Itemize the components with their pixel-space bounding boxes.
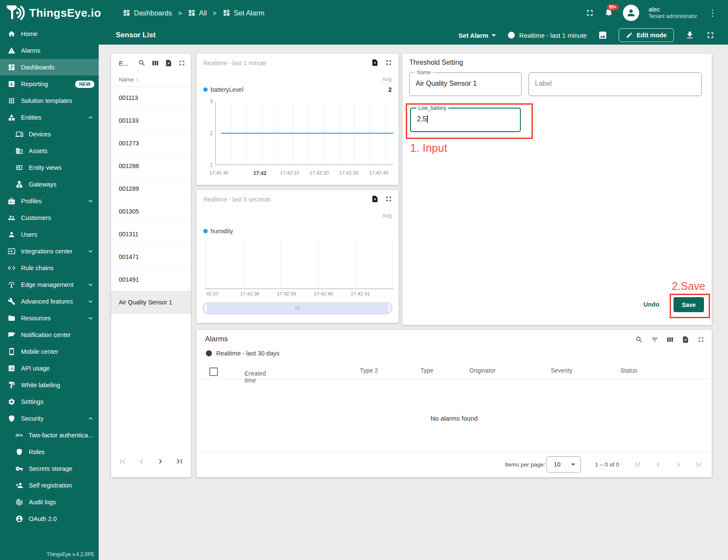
legend-humidity[interactable]: humidity <box>203 228 233 235</box>
export-file-icon[interactable] <box>371 59 379 66</box>
next-page-icon[interactable] <box>674 460 683 469</box>
breadcrumb-dashboards[interactable]: Dashboards <box>123 9 172 17</box>
sidebar-item-self-registration[interactable]: Self registration <box>0 477 99 494</box>
aggregation-label: Avg <box>382 76 392 82</box>
humidity-plot-area[interactable] <box>204 240 393 289</box>
scrollbar-left-handle[interactable] <box>205 304 207 311</box>
search-icon[interactable] <box>635 336 643 343</box>
prev-page-icon[interactable] <box>137 457 146 466</box>
sidebar-item-home[interactable]: Home <box>0 26 99 42</box>
list-item[interactable]: 001133 <box>111 109 191 132</box>
sidebar-item-oauth[interactable]: OAuth 2.0 <box>0 510 99 527</box>
fullscreen-icon[interactable] <box>385 59 393 66</box>
fullscreen-icon[interactable] <box>585 8 595 18</box>
breadcrumb-all[interactable]: All <box>188 9 207 17</box>
list-item[interactable]: 001273 <box>111 132 191 155</box>
fullscreen-icon[interactable] <box>385 195 393 203</box>
first-page-icon[interactable] <box>118 457 127 466</box>
sidebar-item-entities[interactable]: Entities <box>0 109 99 126</box>
filter-icon[interactable] <box>651 336 659 343</box>
list-item[interactable]: 001113 <box>111 87 191 109</box>
sidebar-item-dashboards[interactable]: Dashboards <box>0 59 99 75</box>
battery-plot-area[interactable] <box>215 102 393 165</box>
sidebar-item-two-factor[interactable]: 2FATwo-factor authenticati... <box>0 427 99 443</box>
export-file-icon[interactable] <box>682 336 689 343</box>
sidebar-item-white-labeling[interactable]: White labeling <box>0 376 99 393</box>
timewindow-button[interactable]: Realtime - last 1 minute <box>507 31 587 39</box>
columns-icon[interactable] <box>151 59 159 67</box>
sidebar-item-devices[interactable]: Devices <box>0 126 99 142</box>
next-page-icon[interactable] <box>156 457 165 466</box>
sidebar-item-mobile-center[interactable]: Mobile center <box>0 343 99 360</box>
edit-mode-button[interactable]: Edit mode <box>619 28 674 42</box>
last-page-icon[interactable] <box>694 460 703 469</box>
sidebar-item-profiles[interactable]: Profiles <box>0 193 99 209</box>
scrollbar-right-handle[interactable] <box>388 304 390 311</box>
name-field[interactable]: Name Air Quality Sensor 1 <box>409 72 522 96</box>
fullscreen-icon[interactable] <box>697 336 705 343</box>
more-menu-icon[interactable]: ⋮ <box>707 8 719 18</box>
notification-icon <box>8 331 15 339</box>
fullscreen-icon[interactable] <box>178 59 186 67</box>
sidebar-item-solution-templates[interactable]: Solution templates <box>0 92 99 109</box>
sidebar-item-assets[interactable]: Assets <box>0 142 99 159</box>
sidebar-item-settings[interactable]: Settings <box>0 393 99 410</box>
sidebar-item-audit-logs[interactable]: Audit logs <box>0 494 99 510</box>
fullscreen-icon[interactable] <box>706 30 715 40</box>
sidebar-item-edge-management[interactable]: Edge management <box>0 276 99 293</box>
notifications-button[interactable]: 99+ <box>604 7 613 18</box>
sidebar-item-alarms[interactable]: Alarms <box>0 42 99 59</box>
items-per-page-select[interactable]: 10 <box>547 456 581 473</box>
sidebar-item-resources[interactable]: Resources <box>0 310 99 326</box>
sidebar-item-integrations-center[interactable]: Integrations center <box>0 243 99 259</box>
undo-button[interactable]: Undo <box>643 297 659 312</box>
label-field[interactable]: Label <box>529 72 702 96</box>
columns-icon[interactable] <box>666 336 674 343</box>
sidebar-item-entity-views[interactable]: Entity views <box>0 159 99 176</box>
list-item-selected[interactable]: Air Quality Sensor 1 <box>111 291 191 314</box>
prev-page-icon[interactable] <box>653 460 663 469</box>
last-page-icon[interactable] <box>175 457 184 466</box>
sidebar-item-users[interactable]: Users <box>0 226 99 243</box>
column-originator[interactable]: Originator <box>469 367 495 374</box>
time-scrollbar[interactable] <box>202 302 393 314</box>
download-icon[interactable] <box>685 30 695 40</box>
sidebar-item-api-usage[interactable]: API usage <box>0 360 99 376</box>
sidebar-item-secrets-storage[interactable]: Secrets storage <box>0 460 99 477</box>
list-item[interactable]: 001471 <box>111 246 191 268</box>
sidebar: Home Alarms Dashboards ReportingNEW Solu… <box>0 26 99 560</box>
list-item[interactable]: 001491 <box>111 268 191 291</box>
list-item[interactable]: 001288 <box>111 155 191 178</box>
first-page-icon[interactable] <box>633 460 643 469</box>
select-all-checkbox[interactable] <box>209 367 218 376</box>
list-item[interactable]: 001289 <box>111 178 191 200</box>
scrollbar-grip[interactable] <box>296 306 300 310</box>
image-export-icon[interactable] <box>598 30 607 40</box>
low-battery-field[interactable]: Low_battery 2.5 <box>410 108 521 132</box>
sidebar-item-advanced-features[interactable]: Advanced features <box>0 293 99 310</box>
column-type[interactable]: Type <box>420 367 433 374</box>
avatar[interactable] <box>623 5 639 21</box>
alarms-timewindow-button[interactable]: Realtime - last 30 days <box>205 349 279 357</box>
legend-battery-level[interactable]: batteryLevel <box>203 86 243 93</box>
export-file-icon[interactable] <box>165 59 172 67</box>
breadcrumb-set-alarm[interactable]: Set Alarm <box>223 9 265 17</box>
brand-logo[interactable]: ThingsEye.io <box>0 5 103 21</box>
sidebar-item-reporting[interactable]: ReportingNEW <box>0 75 99 92</box>
column-severity[interactable]: Severity <box>551 367 573 374</box>
list-item[interactable]: 001305 <box>111 200 191 223</box>
sidebar-item-rule-chains[interactable]: Rule chains <box>0 259 99 276</box>
save-button[interactable]: Save <box>674 297 704 312</box>
sidebar-item-notification-center[interactable]: Notification center <box>0 326 99 343</box>
sidebar-item-customers[interactable]: Customers <box>0 209 99 226</box>
sidebar-item-security[interactable]: Security <box>0 410 99 427</box>
list-item[interactable]: 001311 <box>111 223 191 246</box>
sidebar-item-roles[interactable]: Roles <box>0 443 99 460</box>
sidebar-item-gateways[interactable]: Gateways <box>0 176 99 193</box>
dashboard-state-select[interactable]: Set Alarm <box>459 32 496 39</box>
column-status[interactable]: Status <box>620 367 637 374</box>
search-icon[interactable] <box>138 59 146 67</box>
column-type2[interactable]: Type 2 <box>360 367 378 374</box>
export-file-icon[interactable] <box>371 195 379 203</box>
entity-list-column-header[interactable]: Name ↑ <box>111 72 191 87</box>
